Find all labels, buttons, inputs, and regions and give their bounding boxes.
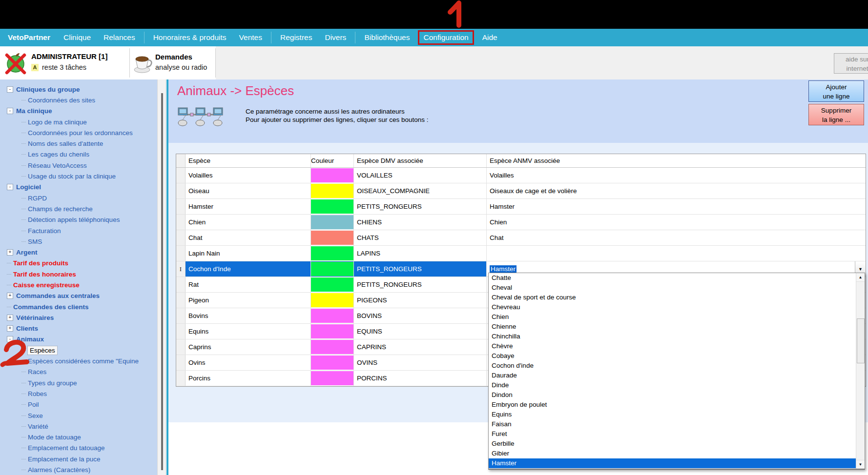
color-swatch[interactable] (311, 324, 353, 338)
table-row-lapin-nain[interactable]: Lapin NainLAPINS (176, 246, 866, 261)
couleur-cell[interactable] (311, 261, 354, 277)
anmv-cell[interactable]: Chien (487, 215, 866, 230)
anmv-cell[interactable]: Hamster (487, 199, 866, 214)
sidebar-item-facturation[interactable]: Facturation (0, 225, 157, 236)
couleur-cell[interactable] (311, 277, 354, 292)
dropdown-item-chevreau[interactable]: Chevreau (489, 302, 856, 312)
table-row-hamster[interactable]: HamsterPETITS_RONGEURSHamster (176, 199, 866, 215)
sidebar-item-logo-de-ma-clinique[interactable]: Logo de ma clinique (0, 117, 157, 127)
expand-icon[interactable]: + (7, 249, 13, 256)
couleur-cell[interactable] (311, 230, 354, 245)
menu-item-aide[interactable]: Aide (476, 32, 504, 43)
sidebar-item-commandes-des-clients[interactable]: Commandes des clients (0, 301, 157, 312)
collapse-icon[interactable]: - (7, 336, 13, 342)
color-swatch[interactable] (311, 371, 353, 385)
sidebar-scrollbar[interactable] (157, 79, 166, 475)
row-header-cell[interactable] (176, 339, 186, 355)
menu-item-configuration[interactable]: Configuration (418, 30, 474, 45)
sidebar-item-detection-appels-telephoniques[interactable]: Détection appels téléphoniques (0, 215, 157, 225)
dmv-cell[interactable]: OISEAUX_COMPAGNIE (354, 183, 487, 198)
dropdown-item-cochon-d-inde[interactable]: Cochon d'inde (489, 361, 856, 371)
espece-cell[interactable]: Rat (186, 277, 311, 292)
sidebar-item-les-cages-du-chenils[interactable]: Les cages du chenils (0, 149, 157, 160)
espece-cell[interactable]: Caprins (186, 339, 311, 355)
sidebar-item-poil[interactable]: Poil (0, 399, 157, 410)
couleur-cell[interactable] (311, 339, 354, 355)
dropdown-scrollbar-thumb[interactable] (857, 318, 865, 363)
table-row-chat[interactable]: ChatCHATSChat (176, 230, 866, 246)
collapse-icon[interactable]: - (7, 86, 13, 93)
dmv-cell[interactable]: PETITS_RONGEURS (354, 277, 487, 292)
row-header-cell[interactable] (176, 324, 186, 339)
espece-cell[interactable]: Chat (186, 230, 311, 245)
row-header-cell[interactable] (176, 308, 186, 323)
sidebar-item-especes[interactable]: Espèces (0, 345, 157, 356)
sidebar-item-emplacement-du-tatouage[interactable]: Emplacement du tatouage (0, 443, 157, 454)
couleur-cell[interactable] (311, 215, 354, 230)
sidebar-item-rgpd[interactable]: RGPD (0, 193, 157, 203)
sidebar-item-ma-clinique[interactable]: -Ma clinique (0, 106, 157, 117)
espece-cell[interactable]: Chien (186, 215, 311, 230)
dmv-cell[interactable]: PETITS_RONGEURS (354, 199, 487, 214)
table-row-chien[interactable]: ChienCHIENSChien (176, 215, 866, 230)
row-header-cell[interactable] (176, 277, 186, 292)
user-status-icon[interactable] (4, 51, 27, 75)
menu-item-ventes[interactable]: Ventes (233, 32, 269, 43)
row-header-cell[interactable] (176, 293, 186, 308)
expand-icon[interactable]: + (7, 325, 13, 332)
sidebar-item-alarmes-caracteres[interactable]: Alarmes (Caractères) (0, 464, 157, 475)
dmv-cell[interactable]: CHATS (354, 230, 487, 245)
color-swatch[interactable] (311, 184, 353, 198)
dmv-cell[interactable]: CAPRINS (354, 339, 487, 355)
dropdown-item-daurade[interactable]: Daurade (489, 371, 856, 380)
row-header-cell[interactable] (176, 183, 186, 198)
sidebar-item-emplacement-de-la-puce[interactable]: Emplacement de la puce (0, 454, 157, 464)
color-swatch[interactable] (311, 309, 353, 323)
dropdown-item-chien[interactable]: Chien (489, 312, 856, 322)
sidebar-scrollbar-thumb[interactable] (161, 93, 163, 470)
dropdown-item-equins[interactable]: Equins (489, 410, 856, 419)
sidebar-item-reseau-vetoaccess[interactable]: Réseau VetoAccess (0, 160, 157, 171)
espece-cell[interactable]: Bovins (186, 308, 311, 323)
dmv-cell[interactable]: EQUINS (354, 324, 487, 339)
dropdown-item-embryon-de-poulet[interactable]: Embryon de poulet (489, 400, 856, 410)
dmv-cell[interactable]: LAPINS (354, 246, 487, 261)
dmv-cell[interactable]: VOLAILLES (354, 168, 487, 183)
sidebar-item-mode-de-tatouage[interactable]: Mode de tatouage (0, 432, 157, 443)
color-swatch[interactable] (311, 231, 353, 245)
espece-cell[interactable]: Hamster (186, 199, 311, 214)
scroll-up-icon[interactable]: ▲ (856, 273, 865, 282)
sidebar-item-robes[interactable]: Robes (0, 388, 157, 399)
color-swatch[interactable] (311, 246, 353, 260)
anmv-cell[interactable]: Chat (487, 230, 866, 245)
couleur-cell[interactable] (311, 199, 354, 214)
dropdown-item-cobaye[interactable]: Cobaye (489, 351, 856, 361)
row-header-cell[interactable] (176, 246, 186, 261)
dropdown-item-chienne[interactable]: Chienne (489, 322, 856, 332)
anmv-cell[interactable]: Volailles (487, 168, 866, 183)
sidebar-item-races[interactable]: Races (0, 367, 157, 377)
dmv-cell[interactable]: PORCINS (354, 371, 487, 386)
dropdown-item-gibier[interactable]: Gibier (489, 449, 856, 458)
demandes-block[interactable]: Demandes analyse ou radio (155, 53, 207, 71)
sidebar-item-sms[interactable]: SMS (0, 236, 157, 247)
dropdown-item-dinde[interactable]: Dinde (489, 380, 856, 390)
menu-item-relances[interactable]: Relances (97, 32, 142, 43)
dropdown-item-cheval-de-sport-et-de-course[interactable]: Cheval de sport et de course (489, 293, 856, 302)
anmv-cell[interactable]: Oiseaux de cage et de volière (487, 183, 866, 198)
color-swatch[interactable] (311, 168, 353, 182)
color-swatch[interactable] (311, 262, 353, 276)
sidebar-item-caisse-enregistreuse[interactable]: Caisse enregistreuse (0, 279, 157, 290)
sidebar-item-champs-de-recherche[interactable]: Champs de recherche (0, 203, 157, 214)
dmv-cell[interactable]: CHIENS (354, 215, 487, 230)
menu-item-bibliotheques[interactable]: Bibliothèques (358, 32, 416, 43)
espece-cell[interactable]: Volailles (186, 168, 311, 183)
delete-line-button[interactable]: Supprimer la ligne ... (808, 104, 864, 125)
dropdown-scrollbar[interactable]: ▲ ▼ (856, 273, 865, 469)
color-swatch[interactable] (311, 356, 353, 370)
anmv-cell[interactable] (487, 246, 866, 261)
help-internet-button[interactable]: aide sur internet (834, 53, 868, 74)
row-header-cell[interactable] (176, 230, 186, 245)
coffee-cup-icon[interactable] (133, 52, 153, 74)
dmv-cell[interactable]: PETITS_RONGEURS (354, 261, 487, 277)
